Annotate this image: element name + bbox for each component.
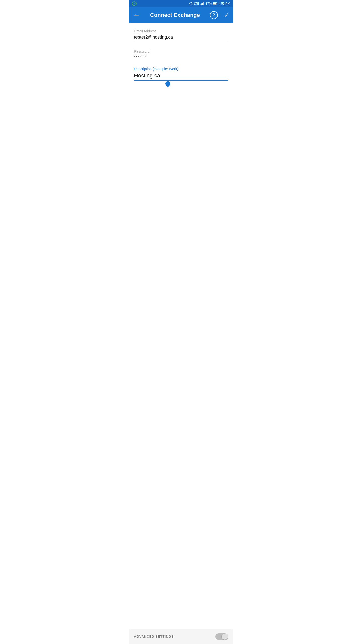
- svg-rect-0: [201, 4, 201, 5]
- alarm-icon: [189, 2, 193, 5]
- help-button[interactable]: ?: [210, 11, 218, 19]
- network-type: LTE: [194, 2, 199, 5]
- cursor-handle-wrapper: [134, 80, 228, 86]
- cursor-handle: [164, 80, 171, 87]
- confirm-button[interactable]: ✓: [224, 12, 229, 19]
- app-bar-title: Connect Exchange: [144, 12, 206, 18]
- password-label: Password: [134, 49, 228, 53]
- password-value[interactable]: •••••••: [134, 55, 228, 60]
- description-value[interactable]: Hosting.ca: [134, 72, 228, 79]
- svg-rect-6: [213, 3, 216, 5]
- back-button[interactable]: ←: [133, 11, 140, 19]
- svg-rect-3: [203, 2, 204, 5]
- svg-rect-2: [202, 3, 203, 5]
- svg-rect-1: [201, 3, 202, 5]
- email-value[interactable]: tester2@hosting.ca: [134, 35, 228, 42]
- form-container: Email Address tester2@hosting.ca Passwor…: [129, 23, 233, 86]
- description-field-container: Description (example: Work) Hosting.ca: [134, 67, 228, 86]
- password-field-container: Password •••••••: [134, 49, 228, 60]
- status-bar: LTE 87% 4:55 PM: [129, 0, 233, 7]
- notification-icon: [132, 1, 137, 6]
- battery-percent: 87%: [206, 2, 212, 5]
- email-label: Email Address: [134, 29, 228, 33]
- email-field-container: Email Address tester2@hosting.ca: [134, 29, 228, 42]
- battery-icon: [213, 2, 217, 5]
- description-label: Description (example: Work): [134, 67, 228, 71]
- svg-rect-5: [217, 3, 217, 4]
- signal-icon: [200, 2, 204, 5]
- app-bar: ← Connect Exchange ? ✓: [129, 7, 233, 23]
- clock: 4:55 PM: [219, 2, 230, 5]
